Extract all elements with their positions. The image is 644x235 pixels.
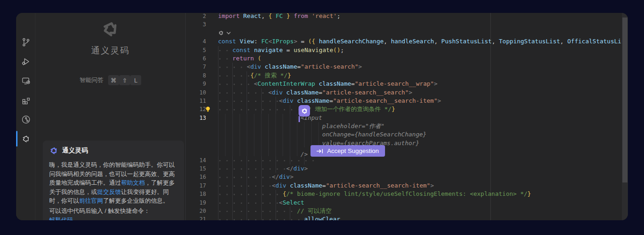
code-line: 11<div className="article-search__search…: [186, 97, 622, 105]
line-number: 10: [186, 88, 206, 97]
accept-suggestion-label: Accept Suggestion: [327, 147, 379, 154]
line-number: 5: [186, 46, 206, 54]
run-debug-icon[interactable]: [16, 52, 35, 71]
chat-card-header: 通义灵码: [49, 146, 178, 155]
page-background: 通义灵码 智能问答 ⌘⇧L 通义灵码 嗨，我是通义灵码，你的智能编码助手。你可以…: [0, 0, 644, 235]
ide-window: 通义灵码 智能问答 ⌘⇧L 通义灵码 嗨，我是通义灵码，你的智能编码助手。你可以…: [16, 13, 628, 220]
source-control-icon[interactable]: [16, 32, 35, 52]
code-line: 14: [186, 156, 622, 164]
lingma-logo: [101, 19, 120, 39]
keycap: ⇧: [119, 75, 130, 85]
code-line: 4const View: FC<IProps> = ({ handleSearc…: [186, 37, 622, 46]
chat-link[interactable]: 提交反馈: [97, 188, 121, 195]
code-area: 2import React, { FC } from 'react';34con…: [186, 13, 622, 220]
chat-tip-text: 可以选中代码后输入 / 触发快捷命令：: [49, 206, 178, 216]
line-number: 2: [186, 13, 206, 20]
code-line: 21allowClear: [186, 215, 622, 220]
line-number: 6: [186, 54, 206, 63]
lingma-inline-badge[interactable]: [299, 105, 310, 117]
keycap: L: [130, 75, 141, 85]
remote-explorer-icon[interactable]: [16, 71, 35, 90]
tab-key-icon: [316, 148, 323, 154]
editor-scrollbar[interactable]: [622, 13, 628, 220]
active-indicator: [16, 131, 17, 147]
code-line: 5const navigate = useNavigate();: [186, 46, 622, 54]
lingma-side-panel: 通义灵码 智能问答 ⌘⇧L 通义灵码 嗨，我是通义灵码，你的智能编码助手。你可以…: [35, 13, 185, 220]
panel-title: 通义灵码: [35, 45, 185, 57]
shortcut-keycaps: ⌘⇧L: [108, 75, 141, 85]
quick-ask-row: 智能问答 ⌘⇧L: [35, 75, 185, 85]
line-number: 13: [186, 114, 206, 122]
line-number: 12: [186, 105, 206, 113]
chat-card-title: 通义灵码: [62, 147, 88, 155]
code-editor[interactable]: 2import React, { FC } from 'react';34con…: [185, 13, 628, 220]
line-number: 19: [186, 199, 206, 207]
code-line: 6return (: [186, 54, 622, 63]
code-line: 9<ContentInterWrap className="article-se…: [186, 80, 622, 88]
code-line: [186, 29, 622, 37]
line-number: 3: [186, 20, 206, 29]
commit-graph-icon[interactable]: [16, 110, 35, 129]
line-number: 18: [186, 190, 206, 198]
line-number: 17: [186, 182, 206, 190]
code-line: 16</div>: [186, 173, 622, 181]
line-number: 4: [186, 37, 206, 46]
chat-welcome-text: 嗨，我是通义灵码，你的智能编码助手。你可以问我编码相关的问题，也可以一起更高效、…: [49, 160, 178, 206]
quick-fix-lightbulb-icon[interactable]: [205, 106, 211, 112]
line-number: 16: [186, 173, 206, 181]
quick-ask-label: 智能问答: [80, 76, 104, 84]
line-number: 15: [186, 164, 206, 173]
chat-link[interactable]: 前往官网: [79, 197, 103, 204]
code-line: 18{/* biome-ignore lint/style/useSelfClo…: [186, 190, 622, 198]
line-number: 8: [186, 71, 206, 80]
code-line: 13<Input: [186, 114, 622, 122]
code-line: 19<Select: [186, 199, 622, 207]
line-number: 14: [186, 156, 206, 164]
line-number: 7: [186, 63, 206, 71]
code-line: 20// 可以清空: [186, 207, 622, 215]
line-number: 11: [186, 97, 206, 105]
code-line: />Accept Suggestion: [186, 147, 622, 156]
accept-suggestion-button[interactable]: Accept Suggestion: [310, 145, 385, 157]
editor-cursor: [299, 116, 300, 122]
lingma-icon[interactable]: [16, 129, 35, 148]
chat-link[interactable]: 帮助文档: [121, 179, 145, 186]
keycap: ⌘: [108, 75, 119, 85]
line-number: 9: [186, 80, 206, 88]
explain-code-link[interactable]: 解释代码: [49, 217, 73, 220]
code-line: placeholder="作者": [186, 122, 622, 130]
lingma-chat-logo: [49, 146, 58, 155]
brand-block: 通义灵码: [35, 19, 185, 57]
code-line: 12{/* 增加一个作者的查询条件 */}: [186, 105, 622, 113]
line-number: 20: [186, 207, 206, 215]
code-line: 7<div className="article-search">: [186, 63, 622, 71]
scrollbar-thumb[interactable]: [622, 18, 627, 182]
code-line: 8{/* 搜索 */}: [186, 71, 622, 80]
code-line: value={searchParams.author}: [186, 139, 622, 147]
code-line: 10<div className="article-search__search…: [186, 88, 622, 97]
chat-welcome-card: 通义灵码 嗨，我是通义灵码，你的智能编码助手。你可以问我编码相关的问题，也可以一…: [43, 141, 184, 220]
line-number: 21: [186, 215, 206, 220]
code-line: 2import React, { FC } from 'react';: [186, 13, 622, 20]
extensions-icon[interactable]: [16, 90, 35, 110]
code-line: onChange={handleSearchChange}: [186, 130, 622, 139]
code-line: 15</div>: [186, 164, 622, 173]
code-line: 3: [186, 20, 622, 29]
code-line: 17<div className="article-search__search…: [186, 182, 622, 190]
lingma-codelens[interactable]: [218, 29, 231, 37]
activity-bar: [16, 13, 35, 220]
